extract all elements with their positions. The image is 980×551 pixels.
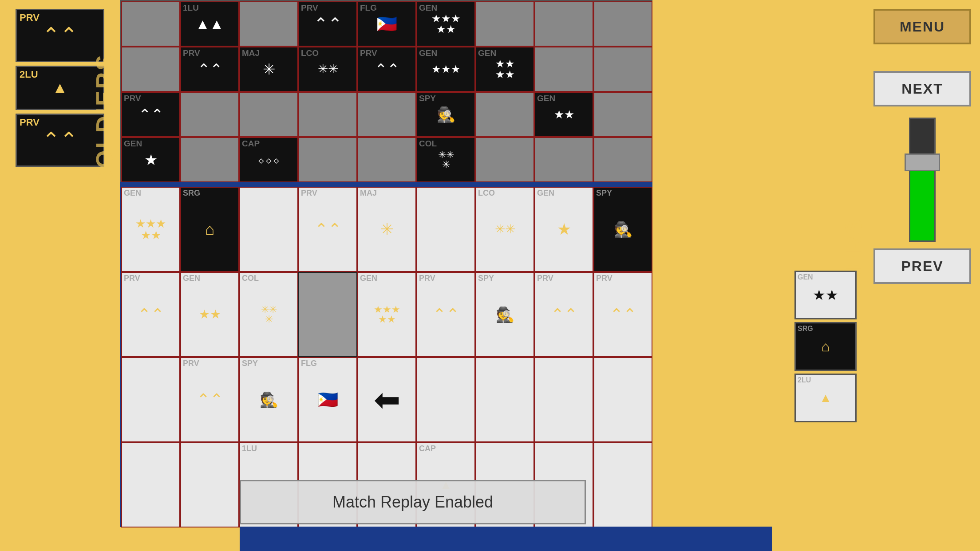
cell-e-1-4: PRV ⌃⌃ [357, 47, 416, 92]
cell-e-0-8 [593, 1, 652, 47]
cell-p-3-1 [180, 442, 239, 527]
progress-bar [909, 118, 936, 242]
sidebar-symbol-2lu: ▲ [52, 80, 68, 96]
cell-p-2-5 [416, 357, 475, 442]
cell-e-1-8 [593, 47, 652, 92]
cell-e-1-0 [121, 47, 180, 92]
next-button[interactable]: NEXT [873, 71, 971, 106]
cell-p-2-2: SPY 🕵 [239, 357, 298, 442]
cell-p-0-2 [239, 187, 298, 272]
cell-e-2-1 [180, 92, 239, 137]
cell-e-3-5: COL ✳✳✳ [416, 137, 475, 182]
mini-card-srg: SRG ⌂ [794, 322, 857, 371]
progress-handle[interactable] [905, 153, 940, 171]
prev-button[interactable]: PREV [873, 248, 971, 284]
sidebar-symbol-prv1: ⌃⌃ [42, 25, 78, 46]
notification-text: Match Replay Enabled [332, 493, 493, 512]
cell-p-0-1: SRG ⌂ [180, 187, 239, 272]
cell-e-3-6 [475, 137, 534, 182]
bottom-bar [240, 527, 772, 551]
cell-e-0-1: 1LU ▲▲ [180, 1, 239, 47]
sidebar-rank-prv1: PRV [20, 12, 40, 24]
mini-card-2lu: 2LU ▲ [794, 374, 857, 422]
cell-p-0-8: SPY 🕵 [593, 187, 652, 272]
cell-p-1-1: GEN ★★ [180, 272, 239, 357]
cell-p-3-0 [121, 442, 180, 527]
cell-p-0-3: PRV ⌃⌃ [298, 187, 357, 272]
cell-p-2-8 [593, 357, 652, 442]
cell-p-1-6: SPY 🕵 [475, 272, 534, 357]
player-board: GEN ★★★★★ SRG ⌂ PRV ⌃⌃ MAJ ✳ LCO ✳✳ GEN … [120, 185, 652, 527]
cell-p-0-0: GEN ★★★★★ [121, 187, 180, 272]
cell-e-1-1: PRV ⌃⌃ [180, 47, 239, 92]
cell-e-3-7 [534, 137, 593, 182]
cell-p-1-0: PRV ⌃⌃ [121, 272, 180, 357]
progress-container [909, 118, 936, 242]
cell-e-3-3 [298, 137, 357, 182]
cell-e-3-8 [593, 137, 652, 182]
cell-p-2-4: ⬅ [357, 357, 416, 442]
cell-e-0-2 [239, 1, 298, 47]
cell-e-0-4: FLG 🇵🇭 [357, 1, 416, 47]
cell-e-0-0 [121, 1, 180, 47]
notification-banner: Match Replay Enabled [240, 480, 586, 524]
cell-p-1-2: COL ✳✳✳ [239, 272, 298, 357]
cell-e-2-2 [239, 92, 298, 137]
cell-e-2-0: PRV ⌃⌃ [121, 92, 180, 137]
sidebar-rank-prv2: PRV [20, 117, 40, 128]
cell-p-0-6: LCO ✳✳ [475, 187, 534, 272]
cell-e-3-1 [180, 137, 239, 182]
cell-p-2-6 [475, 357, 534, 442]
cell-e-1-2: MAJ ✳ [239, 47, 298, 92]
cell-p-2-3: FLG 🇵🇭 [298, 357, 357, 442]
cell-e-2-5: SPY 🕵 [416, 92, 475, 137]
right-panel: MENU NEXT PREV [865, 0, 980, 551]
mini-card-gen: GEN ★★ [794, 271, 857, 319]
cell-e-0-7 [534, 1, 593, 47]
progress-fill [910, 168, 934, 240]
cell-e-3-2: CAP ⬦⬦⬦ [239, 137, 298, 182]
cell-e-2-4 [357, 92, 416, 137]
cell-e-2-8 [593, 92, 652, 137]
sidebar-rank-2lu: 2LU [20, 69, 38, 80]
right-mini-cards: GEN ★★ SRG ⌂ 2LU ▲ [794, 271, 857, 422]
cell-p-2-1: PRV ⌃⌃ [180, 357, 239, 442]
cell-p-0-4: MAJ ✳ [357, 187, 416, 272]
cell-p-3-8 [593, 442, 652, 527]
cell-p-0-5 [416, 187, 475, 272]
cell-p-1-5: PRV ⌃⌃ [416, 272, 475, 357]
left-soldiers-label: SOLDIERS [91, 53, 118, 185]
cell-e-2-6 [475, 92, 534, 137]
enemy-board: 1LU ▲▲ PRV ⌃⌃ FLG 🇵🇭 GEN ★★★★★ PRV ⌃⌃ MA… [120, 0, 652, 182]
cell-p-2-0 [121, 357, 180, 442]
menu-button[interactable]: MENU [873, 9, 971, 44]
cell-p-0-7: GEN ★ [534, 187, 593, 272]
cell-e-3-4 [357, 137, 416, 182]
sidebar-symbol-prv2: ⌃⌃ [42, 130, 78, 151]
cell-e-1-6: GEN ★★★★ [475, 47, 534, 92]
cell-e-1-5: GEN ★★★ [416, 47, 475, 92]
board-separator [120, 182, 652, 185]
cell-e-2-3 [298, 92, 357, 137]
cell-e-0-6 [475, 1, 534, 47]
cell-e-1-3: LCO ✳✳ [298, 47, 357, 92]
cell-e-0-5: GEN ★★★★★ [416, 1, 475, 47]
cell-e-3-0: GEN ★ [121, 137, 180, 182]
cell-e-1-7 [534, 47, 593, 92]
cell-p-1-4: GEN ★★★★★ [357, 272, 416, 357]
cell-e-2-7: GEN ★★ [534, 92, 593, 137]
left-sidebar: PRV ⌃⌃ 2LU ▲ PRV ⌃⌃ SOLDIERS [0, 0, 120, 551]
cell-p-1-7: PRV ⌃⌃ [534, 272, 593, 357]
cell-p-2-7 [534, 357, 593, 442]
cell-p-1-8: PRV ⌃⌃ [593, 272, 652, 357]
cell-p-1-3 [298, 272, 357, 357]
cell-e-0-3: PRV ⌃⌃ [298, 1, 357, 47]
